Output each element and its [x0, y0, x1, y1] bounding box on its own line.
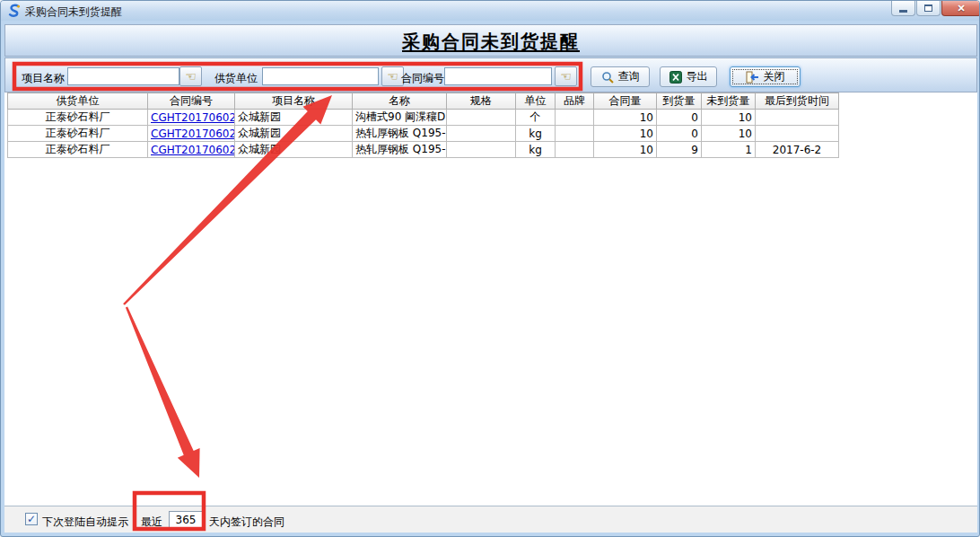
- table-cell: [447, 142, 516, 158]
- contract-link[interactable]: CGHT2017060201: [151, 111, 235, 124]
- supplier-input[interactable]: [262, 67, 379, 85]
- table-cell: 众城新园: [235, 142, 353, 158]
- table-row[interactable]: 正泰砂石料厂CGHT2017060201众城新园热轧厚钢板 Q195-kg100…: [8, 126, 839, 142]
- table-cell: 9: [657, 142, 702, 158]
- recent-days-input[interactable]: [169, 511, 203, 528]
- table-cell: kg: [516, 142, 556, 158]
- table-cell: 热轧厚钢板 Q195-: [353, 142, 447, 158]
- grid-area: 供货单位合同编号项目名称名称规格单位品牌合同量到货量未到货量最后到货时间 正泰砂…: [4, 92, 977, 506]
- hand-picker-icon: ☜: [185, 69, 197, 84]
- contract-link[interactable]: CGHT2017060201: [151, 144, 235, 156]
- column-header[interactable]: 到货量: [657, 93, 702, 110]
- table-cell: 沟槽式90 阃渫穰D: [353, 110, 447, 126]
- table-cell: [556, 142, 594, 158]
- table-cell: kg: [516, 126, 556, 142]
- window-title: 采购合同未到货提醒: [25, 4, 122, 20]
- minimize-icon: [899, 10, 907, 13]
- contract-link-cell: CGHT2017060201: [148, 142, 235, 158]
- table-cell: 10: [594, 126, 657, 142]
- hand-picker-icon: ☜: [560, 69, 572, 84]
- recent-suffix-label: 天内签订的合同: [209, 515, 284, 530]
- column-header[interactable]: 规格: [447, 93, 516, 110]
- table-cell: 10: [594, 110, 657, 126]
- project-name-picker-button[interactable]: ☜: [179, 66, 202, 86]
- contract-no-input[interactable]: [444, 67, 552, 85]
- contract-link-cell: CGHT2017060201: [148, 126, 235, 142]
- page-title: 采购合同未到货提醒: [5, 30, 976, 54]
- table-cell: [556, 110, 594, 126]
- close-window-button[interactable]: ✕: [941, 1, 980, 16]
- table-cell: 10: [594, 142, 657, 158]
- table-cell: 众城新园: [235, 126, 353, 142]
- table-cell: [756, 110, 839, 126]
- table-cell: 正泰砂石料厂: [8, 126, 148, 142]
- table-row[interactable]: 正泰砂石料厂CGHT2017060201众城新园沟槽式90 阃渫穰D个10010: [8, 110, 839, 126]
- app-icon: [7, 4, 22, 18]
- search-toolbar: 项目名称 ☜ 供货单位 ☜ 合同编号 ☜ 查询 导出: [4, 57, 977, 92]
- contract-link-cell: CGHT2017060201: [148, 110, 235, 126]
- export-button-label: 导出: [687, 69, 708, 84]
- table-cell: [556, 126, 594, 142]
- column-header[interactable]: 名称: [353, 93, 447, 110]
- column-header[interactable]: 最后到货时间: [756, 93, 839, 110]
- query-button-label: 查询: [618, 69, 640, 84]
- auto-remind-label: 下次登陆自动提示: [42, 515, 128, 530]
- recent-label: 最近: [141, 515, 162, 530]
- table-row[interactable]: 正泰砂石料厂CGHT2017060201众城新园热轧厚钢板 Q195-kg109…: [8, 142, 839, 158]
- project-name-input[interactable]: [67, 67, 179, 85]
- column-header[interactable]: 单位: [516, 93, 556, 110]
- hand-picker-icon: ☜: [387, 69, 398, 84]
- contracts-table: 供货单位合同编号项目名称名称规格单位品牌合同量到货量未到货量最后到货时间 正泰砂…: [7, 92, 839, 158]
- maximize-button[interactable]: [916, 1, 941, 16]
- project-name-label: 项目名称: [22, 71, 65, 86]
- grid-header-row: 供货单位合同编号项目名称名称规格单位品牌合同量到货量未到货量最后到货时间: [8, 93, 839, 110]
- table-cell: 0: [657, 126, 702, 142]
- grid-body: 正泰砂石料厂CGHT2017060201众城新园沟槽式90 阃渫穰D个10010…: [8, 110, 839, 158]
- checkmark-icon: ✓: [26, 514, 37, 525]
- table-cell: 2017-6-2: [756, 142, 839, 158]
- column-header[interactable]: 合同编号: [148, 93, 235, 110]
- column-header[interactable]: 未到货量: [702, 93, 756, 110]
- contract-no-picker-button[interactable]: ☜: [555, 66, 577, 86]
- table-cell: 0: [657, 110, 702, 126]
- contract-no-label: 合同编号: [401, 71, 444, 86]
- header-panel: 采购合同未到货提醒: [4, 24, 977, 57]
- column-header[interactable]: 品牌: [556, 93, 594, 110]
- column-header[interactable]: 供货单位: [8, 93, 148, 110]
- column-header[interactable]: 合同量: [594, 93, 657, 110]
- app-window: 采购合同未到货提醒 ✕ 采购合同未到货提醒 项目名称 ☜ 供货单位 ☜ 合同编号…: [0, 0, 980, 537]
- table-cell: 1: [702, 142, 756, 158]
- table-cell: [756, 126, 839, 142]
- auto-remind-checkbox[interactable]: ✓: [25, 513, 38, 525]
- table-cell: 众城新园: [235, 110, 353, 126]
- search-icon: [601, 71, 614, 84]
- table-cell: 10: [702, 110, 756, 126]
- column-header[interactable]: 项目名称: [235, 93, 353, 110]
- table-cell: 正泰砂石料厂: [8, 142, 148, 158]
- maximize-icon: [924, 4, 932, 12]
- query-button[interactable]: 查询: [591, 66, 650, 87]
- table-cell: 正泰砂石料厂: [8, 110, 148, 126]
- supplier-label: 供货单位: [214, 71, 258, 86]
- close-button-label: 关闭: [764, 69, 785, 84]
- close-button[interactable]: 关闭: [730, 66, 801, 87]
- export-button[interactable]: 导出: [660, 66, 717, 87]
- table-cell: 个: [516, 110, 556, 126]
- table-cell: 10: [702, 126, 756, 142]
- table-cell: [447, 110, 516, 126]
- table-cell: 热轧厚钢板 Q195-: [353, 126, 447, 142]
- table-cell: [447, 126, 516, 142]
- minimize-button[interactable]: [891, 1, 915, 16]
- close-icon: ✕: [957, 4, 965, 13]
- title-bar[interactable]: 采购合同未到货提醒 ✕: [1, 1, 979, 21]
- excel-icon: [669, 71, 682, 84]
- exit-door-icon: [746, 71, 759, 84]
- contract-link[interactable]: CGHT2017060201: [151, 128, 235, 140]
- footer-bar: ✓ 下次登陆自动提示 最近 天内签订的合同: [4, 506, 977, 533]
